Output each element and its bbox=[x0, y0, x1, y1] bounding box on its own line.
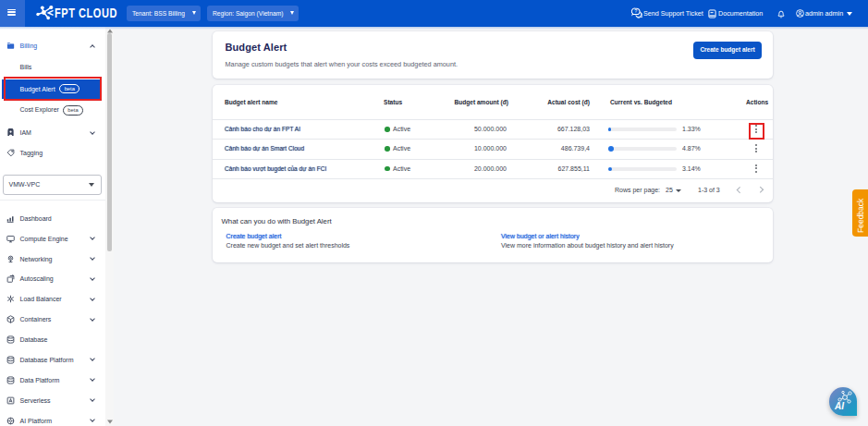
svg-text:?: ? bbox=[634, 9, 637, 15]
svg-text:AI: AI bbox=[834, 401, 844, 411]
